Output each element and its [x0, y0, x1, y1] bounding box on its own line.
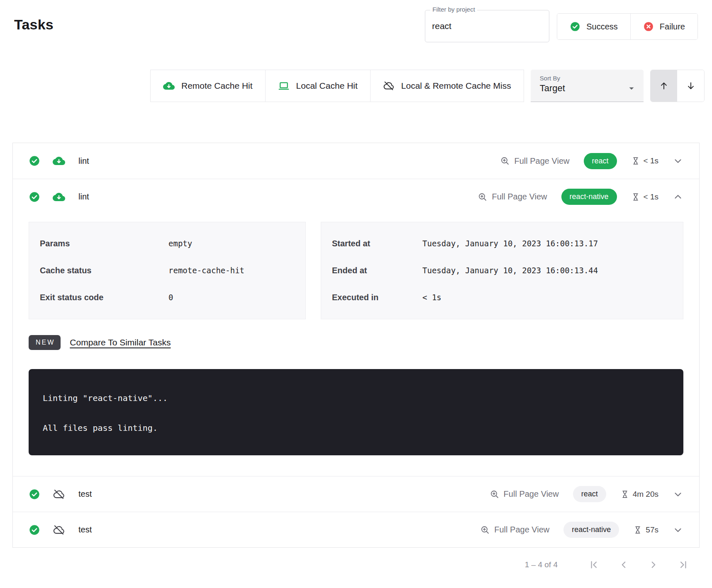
exit-code-label: Exit status code [40, 293, 168, 302]
sort-by-label: Sort By [540, 75, 635, 82]
x-circle-icon [643, 21, 654, 32]
task-duration: < 1s [631, 156, 658, 165]
next-page-button[interactable] [648, 559, 659, 570]
first-page-button[interactable] [588, 559, 599, 570]
cache-filter-group: Remote Cache Hit Local Cache Hit Local &… [150, 70, 524, 102]
task-row-right: Full Page View react-native < 1s [478, 189, 683, 205]
executed-in-label: Executed in [332, 293, 422, 302]
check-circle-icon [29, 191, 40, 203]
sort-ascending-button[interactable] [651, 70, 678, 102]
tasks-list-card: lint Full Page View react < 1s [12, 143, 700, 548]
task-target: lint [78, 156, 89, 166]
full-page-view-button[interactable]: Full Page View [478, 192, 547, 202]
full-page-view-label: Full Page View [504, 489, 559, 499]
sort-direction-group [650, 70, 705, 102]
full-page-view-label: Full Page View [514, 156, 569, 166]
previous-page-button[interactable] [618, 559, 629, 570]
project-badge: react-native [561, 189, 617, 205]
arrow-down-icon [685, 80, 696, 91]
success-filter-button[interactable]: Success [557, 14, 630, 39]
cloud-slash-icon [53, 488, 65, 501]
executed-in-row: Executed in < 1s [332, 293, 672, 302]
success-filter-label: Success [586, 22, 618, 32]
chevron-left-icon [618, 559, 629, 570]
cache-status-label: Cache status [40, 266, 168, 275]
cache-miss-filter-button[interactable]: Local & Remote Cache Miss [370, 70, 524, 102]
task-details: Params empty Cache status remote-cache-h… [13, 214, 699, 319]
params-row: Params empty [40, 239, 295, 248]
task-duration-value: < 1s [644, 192, 658, 202]
new-badge: NEW [29, 335, 61, 350]
collapse-row-button[interactable] [673, 192, 683, 202]
project-badge: react-native [563, 522, 619, 538]
cloud-download-icon [53, 191, 65, 203]
zoom-in-icon [490, 489, 500, 499]
started-at-label: Started at [332, 239, 422, 248]
ended-at-row: Ended at Tuesday, January 10, 2023 16:00… [332, 266, 672, 275]
project-filter-input[interactable] [432, 21, 546, 31]
sort-descending-button[interactable] [677, 70, 704, 102]
full-page-view-button[interactable]: Full Page View [480, 525, 549, 535]
local-cache-hit-label: Local Cache Hit [296, 81, 358, 91]
executed-in-value: < 1s [422, 293, 441, 302]
ended-at-label: Ended at [332, 266, 422, 275]
cloud-slash-icon [53, 524, 65, 536]
arrow-up-icon [658, 80, 669, 91]
task-target: test [78, 489, 92, 499]
terminal-line: All files pass linting. [43, 423, 669, 434]
task-target: test [78, 525, 92, 535]
hourglass-icon [631, 192, 640, 202]
task-row-lint-react[interactable]: lint Full Page View react < 1s [13, 143, 699, 179]
task-duration-value: < 1s [644, 156, 658, 165]
failure-filter-button[interactable]: Failure [630, 14, 697, 39]
task-duration: 4m 20s [620, 490, 658, 499]
task-row-test-react[interactable]: test Full Page View react 4m 20s [13, 476, 699, 512]
expand-row-button[interactable] [673, 156, 683, 166]
hourglass-icon [633, 525, 642, 535]
laptop-icon [278, 80, 290, 92]
failure-filter-label: Failure [660, 22, 685, 32]
chevron-down-icon [673, 489, 683, 500]
expand-row-button[interactable] [673, 525, 683, 535]
task-row-right: Full Page View react-native 57s [480, 522, 683, 538]
dropdown-caret-icon [626, 83, 637, 94]
task-target: lint [78, 192, 89, 202]
terminal-line: Linting "react-native"... [43, 393, 669, 404]
compare-to-similar-tasks-link[interactable]: Compare To Similar Tasks [70, 338, 171, 347]
task-duration: 57s [633, 525, 658, 535]
project-filter-field[interactable]: Filter by project [425, 10, 549, 42]
full-page-view-button[interactable]: Full Page View [500, 156, 569, 166]
hourglass-icon [631, 156, 640, 165]
cache-status-value: remote-cache-hit [168, 266, 244, 275]
task-row-lint-react-native[interactable]: lint Full Page View react-native < 1s [13, 179, 699, 214]
params-value: empty [168, 239, 192, 248]
ended-at-value: Tuesday, January 10, 2023 16:00:13.44 [422, 266, 598, 275]
zoom-in-icon [500, 156, 510, 166]
first-page-icon [588, 559, 599, 570]
remote-cache-hit-label: Remote Cache Hit [181, 81, 253, 91]
local-cache-hit-filter-button[interactable]: Local Cache Hit [265, 70, 370, 102]
sort-by-value: Target [540, 83, 635, 94]
check-circle-icon [29, 524, 40, 536]
check-circle-icon [29, 488, 40, 500]
terminal-output: Linting "react-native"... All files pass… [29, 369, 683, 455]
task-duration-value: 4m 20s [633, 490, 658, 499]
exit-code-value: 0 [168, 293, 173, 302]
sort-by-select[interactable]: Sort By Target [531, 70, 644, 102]
task-row-left: test [29, 488, 92, 501]
task-row-right: Full Page View react 4m 20s [490, 486, 683, 502]
full-page-view-label: Full Page View [494, 525, 549, 535]
chevron-up-icon [673, 192, 683, 202]
task-row-right: Full Page View react < 1s [500, 153, 683, 169]
expand-row-button[interactable] [673, 489, 683, 500]
task-params-panel: Params empty Cache status remote-cache-h… [29, 222, 306, 319]
chevron-right-icon [648, 559, 659, 570]
task-row-left: lint [29, 191, 89, 203]
task-row-test-react-native[interactable]: test Full Page View react-native 57s [13, 512, 699, 547]
started-at-value: Tuesday, January 10, 2023 16:00:13.17 [422, 239, 598, 248]
full-page-view-button[interactable]: Full Page View [490, 489, 559, 499]
status-filter-group: Success Failure [557, 13, 698, 40]
remote-cache-hit-filter-button[interactable]: Remote Cache Hit [151, 70, 265, 102]
last-page-button[interactable] [678, 559, 689, 570]
header-controls: Filter by project Success Failure [425, 10, 698, 42]
